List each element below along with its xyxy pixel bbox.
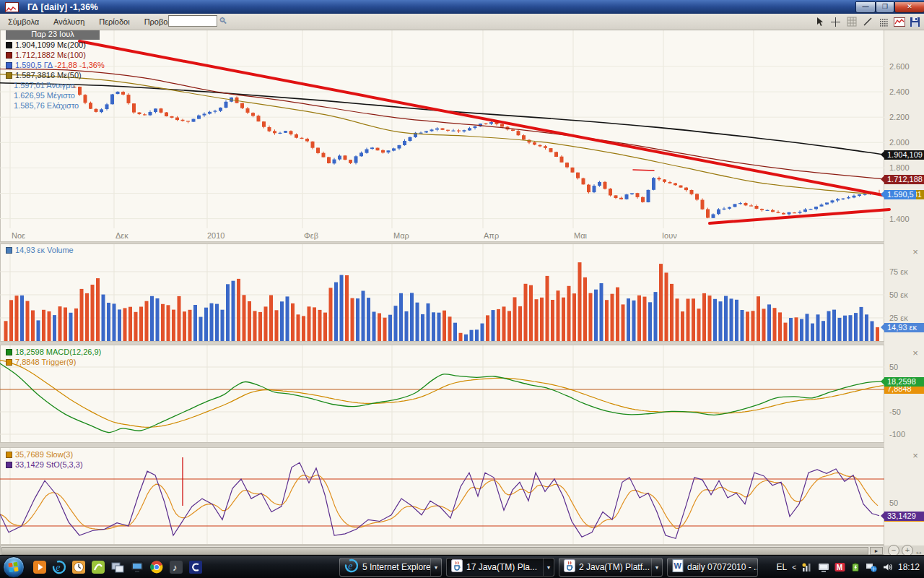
volume-legend-line: 14,93 εκ Volume bbox=[6, 246, 74, 254]
menu-item-2[interactable]: Περίοδοι bbox=[92, 15, 136, 28]
price-tick: 2.200 bbox=[889, 113, 910, 121]
price-info-line: 1.597,01 Άνοιγμα bbox=[14, 81, 75, 90]
volume-panel[interactable] bbox=[0, 243, 884, 342]
x-axis-label: Νοε bbox=[12, 231, 25, 240]
start-button[interactable] bbox=[3, 556, 25, 578]
macd-tick: -100 bbox=[889, 430, 905, 439]
stoch-swatch bbox=[6, 462, 12, 468]
c-app-icon[interactable] bbox=[188, 558, 204, 576]
battery-icon[interactable] bbox=[850, 562, 860, 572]
macd-close-icon[interactable]: × bbox=[911, 349, 920, 358]
grid-icon[interactable] bbox=[845, 16, 858, 28]
stoch-close-icon[interactable]: × bbox=[911, 452, 920, 460]
volume-tick: 75 εκ bbox=[889, 267, 908, 276]
stoch-tag-arrow bbox=[881, 512, 884, 519]
scrollbar-thumb[interactable] bbox=[1, 547, 868, 555]
scroll-right-arrow[interactable]: ► bbox=[870, 547, 883, 555]
menu-item-0[interactable]: Σύμβολα bbox=[1, 15, 45, 28]
time-scrollbar[interactable]: ► bbox=[0, 545, 884, 555]
x-axis-label: 2010 bbox=[207, 231, 225, 240]
price-tick: 2.600 bbox=[889, 62, 910, 71]
network-icon[interactable] bbox=[866, 562, 877, 572]
price-price-tag: 1.712,188 bbox=[884, 175, 924, 184]
tray-expand-chevron[interactable]: < bbox=[792, 564, 796, 571]
save-icon[interactable] bbox=[909, 16, 921, 28]
dots-icon[interactable] bbox=[877, 16, 889, 28]
minimize-icon: — bbox=[856, 2, 875, 12]
macd-tag-arrow bbox=[881, 378, 884, 385]
minimize-button[interactable]: — bbox=[855, 1, 876, 13]
volume-icon[interactable] bbox=[882, 562, 893, 572]
word-icon: W bbox=[672, 559, 684, 575]
restore-icon: ❐ bbox=[876, 2, 894, 12]
language-indicator[interactable]: EL bbox=[776, 562, 787, 572]
chart-icon[interactable] bbox=[893, 16, 905, 28]
clock-app-icon[interactable] bbox=[71, 558, 87, 576]
price-legend-line: 1.587,3816 Με(50) bbox=[6, 71, 82, 79]
screen-icon[interactable] bbox=[818, 562, 829, 572]
stoch-panel[interactable] bbox=[0, 447, 884, 545]
price-legend-text: 1.590,5 ΓΔ bbox=[15, 61, 53, 69]
stoch-legend-text: 33,1429 StO(5,3,3) bbox=[15, 460, 83, 469]
taskbar-clock[interactable]: 18:12 bbox=[898, 562, 920, 572]
price-swatch bbox=[6, 62, 12, 69]
task-button-3[interactable]: Wdaily 07072010 - ... bbox=[667, 558, 758, 577]
svg-text:M: M bbox=[837, 564, 842, 571]
java-icon bbox=[564, 559, 575, 575]
pointer-icon[interactable] bbox=[814, 16, 826, 28]
svg-text:♪: ♪ bbox=[173, 562, 178, 573]
task-switcher-icon[interactable] bbox=[110, 558, 126, 576]
price-price-tag: 1.904,109 bbox=[884, 150, 924, 160]
music-icon[interactable]: ♪ bbox=[168, 558, 184, 576]
price-tick: 2.400 bbox=[889, 87, 910, 96]
crosshair-date-tooltip: Παρ 23 Ιουλ bbox=[6, 29, 100, 40]
task-button-dropdown-icon[interactable]: ▼ bbox=[543, 558, 554, 576]
chrome-icon[interactable] bbox=[149, 558, 165, 576]
symbol-search-input[interactable] bbox=[168, 15, 217, 27]
menu-item-1[interactable]: Ανάλυση bbox=[47, 15, 91, 28]
price-tag-arrow bbox=[881, 176, 884, 183]
macd-panel[interactable] bbox=[0, 345, 884, 443]
price-tag-arrow bbox=[881, 191, 884, 198]
price-legend-text: 1.712,1882 Με(100) bbox=[15, 51, 86, 59]
macd-legend-text: 7,8848 Trigger(9) bbox=[15, 358, 76, 366]
signal-icon[interactable] bbox=[801, 562, 813, 572]
price-tick: 1.800 bbox=[889, 163, 910, 172]
task-buttons: e5 Internet Explorer▼17 Java(TM) Pla...▼… bbox=[339, 558, 758, 577]
ie-icon: e bbox=[344, 558, 359, 576]
java-icon bbox=[451, 559, 463, 575]
media-player-icon[interactable] bbox=[32, 558, 48, 576]
price-swatch bbox=[6, 72, 12, 79]
volume-close-icon[interactable]: × bbox=[911, 248, 920, 256]
task-button-label: 5 Internet Explorer bbox=[362, 562, 430, 572]
task-button-2[interactable]: 2 Java(TM) Platf...▼ bbox=[559, 558, 663, 577]
green-app-icon[interactable] bbox=[90, 558, 106, 576]
x-axis-label: Μαι bbox=[574, 231, 587, 240]
trendline-icon[interactable] bbox=[861, 16, 873, 28]
volume-tick: 25 εκ bbox=[889, 314, 908, 322]
task-button-dropdown-icon[interactable]: ▼ bbox=[430, 558, 441, 576]
ie-icon[interactable]: e bbox=[51, 558, 67, 576]
menu-bar: ΣύμβολαΑνάλυσηΠερίοδοιΠροβολή 🔍︎ bbox=[0, 14, 924, 30]
svg-text:e: e bbox=[56, 562, 60, 573]
taskbar: e♪ e5 Internet Explorer▼17 Java(TM) Pla.… bbox=[0, 555, 924, 578]
m-badge-icon[interactable]: M bbox=[834, 562, 845, 572]
screen: { "window": { "title": "ΓΔ [daily] -1,36… bbox=[0, 0, 924, 578]
price-tick: 2.000 bbox=[889, 138, 910, 147]
macd-price-tag: 18,2598 bbox=[884, 377, 924, 387]
title-bar: ΓΔ [daily] -1,36% — ❐ ✕ bbox=[0, 0, 924, 14]
volume-tag-arrow bbox=[881, 324, 884, 331]
close-button[interactable]: ✕ bbox=[894, 1, 924, 13]
task-button-1[interactable]: 17 Java(TM) Pla...▼ bbox=[446, 558, 554, 577]
menu-items: ΣύμβολαΑνάλυσηΠερίοδοιΠροβολή bbox=[0, 15, 183, 28]
price-legend-line: 1.590,5 ΓΔ -21,88 -1,36% bbox=[6, 61, 105, 69]
price-swatch bbox=[6, 52, 12, 59]
display-icon[interactable] bbox=[129, 558, 145, 576]
crosshair-icon[interactable] bbox=[829, 16, 842, 28]
task-button-0[interactable]: e5 Internet Explorer▼ bbox=[339, 558, 442, 577]
search-icon[interactable]: 🔍︎ bbox=[219, 16, 227, 26]
price-panel[interactable] bbox=[0, 30, 884, 242]
task-button-dropdown-icon[interactable]: ▼ bbox=[651, 558, 662, 576]
x-axis-label: Μαρ bbox=[393, 231, 409, 240]
restore-button[interactable]: ❐ bbox=[876, 1, 894, 13]
